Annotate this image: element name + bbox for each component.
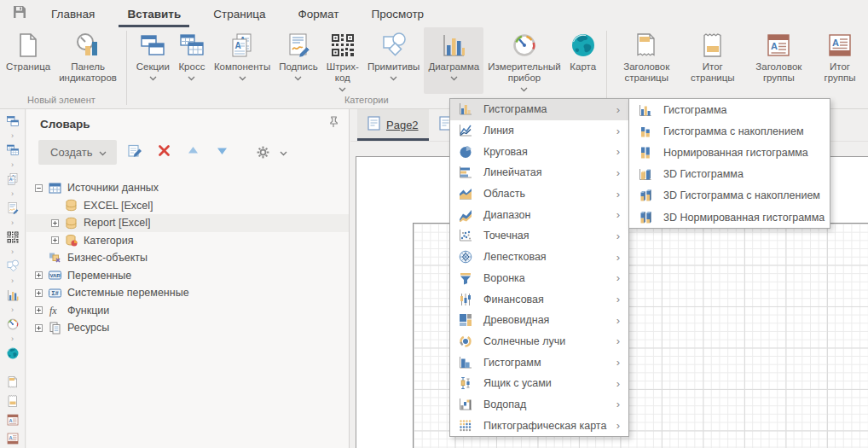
submenu-item-full-stacked-column-3d[interactable]: 3D Нормированная гистограмма: [629, 207, 830, 228]
ribbon-button-primitives[interactable]: Примитивы: [363, 27, 424, 94]
ribbon-tab-4[interactable]: Просмотр: [357, 0, 437, 27]
menu-item-pie-chart[interactable]: Круговая›: [450, 141, 628, 162]
sidebar-item-gauge[interactable]: ›: [6, 317, 20, 345]
ribbon-button-pagefooter[interactable]: Итог страницы: [681, 27, 744, 94]
tree-item-label: Бизнес-объекты: [67, 252, 148, 264]
menu-item-financial-chart[interactable]: Финансовая›: [450, 288, 628, 310]
svg-text:VAR: VAR: [49, 273, 61, 278]
tree-item-label: Ресурсы: [67, 322, 109, 334]
ribbon-tab-1[interactable]: Вставить: [113, 0, 194, 27]
ribbon-button-label: Секции: [136, 61, 170, 73]
radar-chart-icon: [459, 250, 473, 265]
ribbon-button-chart[interactable]: Диаграмма: [424, 27, 483, 94]
ribbon-tab-2[interactable]: Страница: [200, 0, 279, 27]
create-button[interactable]: Создать: [38, 140, 117, 165]
sidebar-item-signature[interactable]: ›: [6, 201, 20, 229]
ribbon-group-separator: [606, 31, 607, 105]
expander-plus-icon[interactable]: [35, 324, 43, 332]
menu-item-scatter-chart[interactable]: Точечная›: [450, 225, 628, 247]
submenu-item-label: 3D Нормированная гистограмма: [663, 212, 825, 224]
submenu-item-full-stacked-column[interactable]: Нормированная гистограмма: [629, 142, 830, 163]
tree-item[interactable]: VARПеременные: [26, 267, 349, 285]
sidebar-item-primitives[interactable]: ›: [6, 259, 20, 287]
menu-item-radar-chart[interactable]: Лепестковая›: [450, 247, 628, 268]
delete-button[interactable]: [149, 141, 178, 163]
chevron-right-icon: ›: [11, 305, 14, 316]
arrow-down-button[interactable]: [207, 141, 236, 163]
menu-item-funnel-chart[interactable]: Воронка›: [450, 268, 628, 289]
menu-item-line-chart[interactable]: Линия›: [450, 120, 628, 142]
sidebar-item-pageheader[interactable]: [6, 375, 20, 393]
ribbon-button-components[interactable]: AAКомпоненты: [210, 27, 275, 94]
ribbon-button-signature[interactable]: Подпись: [275, 27, 322, 94]
expander-plus-icon[interactable]: [35, 271, 43, 279]
menu-item-column-chart[interactable]: Гистограмма›: [450, 99, 628, 120]
tree-item[interactable]: Категория: [26, 232, 349, 250]
expander-plus-icon[interactable]: [35, 306, 43, 314]
edit-button[interactable]: [120, 141, 149, 163]
ribbon-button-cross[interactable]: Кросс: [174, 27, 210, 94]
menu-item-range-chart[interactable]: Диапазон›: [450, 204, 628, 225]
arrow-up-button[interactable]: [178, 141, 207, 163]
tree-item[interactable]: Σ#Системные переменные: [26, 284, 349, 302]
ribbon-button-dashboard[interactable]: Панель индикаторов: [55, 27, 121, 94]
menu-item-label: Диапазон: [483, 209, 616, 221]
menu-item-histogram-chart[interactable]: Гистограмм›: [450, 352, 628, 373]
expander-plus-icon[interactable]: [35, 289, 43, 297]
menu-item-waterfall-chart[interactable]: Водопад›: [450, 394, 628, 416]
expander-minus-icon[interactable]: [35, 184, 43, 192]
histogram-chart-icon: [459, 355, 473, 369]
groupheader-icon: A: [765, 31, 792, 60]
expander-plus-icon[interactable]: [51, 236, 59, 244]
signature-icon: [6, 201, 20, 218]
submenu-item-stacked-column[interactable]: Гистограмма с накоплением: [629, 120, 830, 142]
submenu-arrow-icon: ›: [616, 377, 623, 390]
menu-item-bar-chart[interactable]: Линейчатая›: [450, 162, 628, 183]
menu-item-pictorial-chart[interactable]: Пиктографическая карта›: [450, 415, 628, 436]
menu-item-sunburst-chart[interactable]: Солнечные лучи›: [450, 331, 628, 352]
tree-item[interactable]: fxФункции: [26, 302, 349, 320]
ribbon-button-map[interactable]: Карта: [565, 27, 601, 94]
expander-plus-icon[interactable]: [51, 219, 59, 227]
ribbon-button-groupheader[interactable]: AЗаголовок группы: [744, 27, 813, 94]
menu-item-boxplot-chart[interactable]: Ящик с усами›: [450, 373, 628, 394]
menu-item-label: Солнечные лучи: [483, 335, 616, 347]
sidebar-item-groupfooter[interactable]: A: [6, 432, 20, 448]
ribbon-tab-3[interactable]: Формат: [284, 0, 352, 27]
tree-item[interactable]: Ресурсы: [26, 319, 349, 337]
ribbon-button-sections[interactable]: Секции: [132, 27, 174, 94]
tree-item[interactable]: Report [Excel]: [26, 214, 349, 232]
submenu-item-clustered-column[interactable]: Гистограмма: [629, 99, 830, 120]
submenu-item-stacked-column-3d[interactable]: 3D Гистограмма с накоплением: [629, 185, 830, 207]
ribbon-button-page[interactable]: Страница: [2, 27, 55, 94]
menu-item-label: Линейчатая: [483, 166, 616, 178]
ribbon-button-groupfooter[interactable]: AИтог группы: [813, 27, 866, 94]
sidebar-item-cross[interactable]: ›: [6, 143, 20, 171]
tree-item[interactable]: Источники данных: [26, 179, 349, 197]
menu-item-area-chart[interactable]: Область›: [450, 183, 628, 205]
menu-item-treemap-chart[interactable]: Древовидная›: [450, 310, 628, 331]
save-button[interactable]: [7, 0, 32, 27]
menu-item-label: Древовидная: [483, 314, 616, 326]
sidebar-item-map[interactable]: [6, 346, 20, 364]
ribbon-button-barcode[interactable]: Штрих-код: [322, 27, 363, 94]
sidebar-item-components[interactable]: AA›: [6, 172, 20, 200]
full-stacked-column-icon: [639, 145, 653, 160]
tree-item[interactable]: Бизнес-объекты: [26, 249, 349, 267]
page-tab-page2[interactable]: Page2: [357, 109, 429, 141]
sidebar-item-groupheader[interactable]: A: [6, 413, 20, 430]
sidebar-item-sections[interactable]: ›: [6, 114, 20, 142]
funnel-chart-icon: [459, 271, 473, 285]
sidebar-item-chart[interactable]: ›: [6, 288, 20, 316]
ribbon-tab-0[interactable]: Главная: [38, 0, 108, 27]
tree-item-label: Системные переменные: [67, 287, 189, 299]
chevron-down-icon: [339, 85, 346, 92]
settings-button[interactable]: [248, 141, 287, 163]
ribbon-button-gauge[interactable]: Измерительный прибор: [483, 27, 565, 94]
pin-icon[interactable]: [327, 115, 340, 132]
sidebar-item-barcode[interactable]: ›: [6, 230, 20, 258]
submenu-item-column-3d[interactable]: 3D Гистограмма: [629, 164, 830, 185]
ribbon-button-pageheader[interactable]: Заголовок страницы: [612, 27, 681, 94]
tree-item[interactable]: EXCEL [Excel]: [26, 197, 349, 215]
sidebar-item-pagefooter[interactable]: [6, 394, 20, 411]
